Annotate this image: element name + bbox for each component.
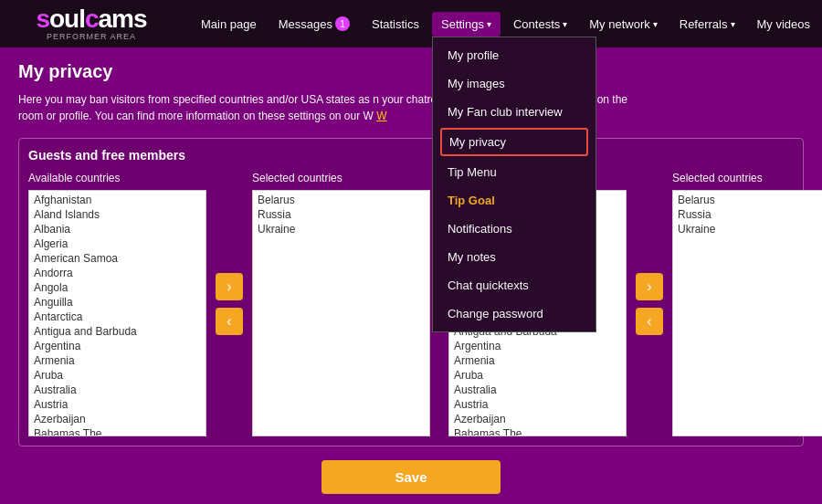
dropdown-tip-menu[interactable]: Tip Menu [433,158,595,186]
settings-dropdown-container: Settings ▾ My profile My images My Fan c… [432,12,501,37]
logo-sub: PERFORMER AREA [47,32,136,41]
list-item[interactable]: Australia [31,383,204,397]
list-item[interactable]: Belarus [255,193,427,207]
list-item[interactable]: Armenia [31,353,204,368]
list-item[interactable]: Aland Islands [31,207,204,222]
list-item[interactable]: Bahamas The [31,426,204,436]
country-lists-row: Available countries AfghanistanAland Isl… [28,172,794,436]
available-label-1: Available countries [28,172,206,184]
list-item[interactable]: Armenia [451,353,624,368]
arrow-right-btn-2[interactable]: › [636,273,663,300]
selected-country-list-2[interactable]: BelarusRussiaUkraine [672,190,822,436]
list-item[interactable]: Antigua and Barbuda [31,324,204,339]
selected-country-list-1[interactable]: BelarusRussiaUkraine [252,190,430,436]
navbar: soulcams PERFORMER AREA Main page Messag… [0,0,822,47]
dropdown-chat-quicktexts[interactable]: Chat quicktexts [433,271,595,299]
list-item[interactable]: American Samoa [31,251,204,266]
selected-list-container-1: Selected countries BelarusRussiaUkraine [252,172,430,436]
page-content: My privacy Here you may ban visitors fro… [0,47,822,504]
more-info-link[interactable]: W [376,110,386,122]
dropdown-my-profile[interactable]: My profile [433,41,595,69]
list-item[interactable]: Bahamas The [451,426,624,436]
dropdown-my-privacy[interactable]: My privacy [440,128,588,156]
page-description: Here you may ban visitors from specified… [18,91,804,124]
list-item[interactable]: Azerbaijan [451,412,624,426]
nav-contests[interactable]: Contests ▾ [504,12,576,37]
dropdown-tip-goal[interactable]: Tip Goal [433,186,595,215]
my-network-chevron-icon: ▾ [653,19,658,29]
dropdown-fan-club-interview[interactable]: My Fan club interview [433,98,595,126]
arrow-left-btn-1[interactable]: ‹ [216,308,243,335]
dropdown-my-images[interactable]: My images [433,69,595,98]
selected-label-1: Selected countries [252,172,430,184]
dropdown-notifications[interactable]: Notifications [433,215,595,243]
list-item[interactable]: Aruba [31,368,204,383]
nav-statistics[interactable]: Statistics [363,12,428,37]
logo-area: soulcams PERFORMER AREA [9,6,174,41]
dropdown-change-password[interactable]: Change password [433,299,595,328]
list-item[interactable]: Australia [451,383,624,397]
nav-main-page[interactable]: Main page [192,12,266,37]
list-item[interactable]: Argentina [451,339,624,353]
dropdown-my-notes[interactable]: My notes [433,243,595,271]
logo-soul: soulcams [36,5,146,33]
arrow-right-btn-1[interactable]: › [216,273,243,300]
nav-links: Main page Messages 1 Statistics Settings… [192,11,819,37]
save-button[interactable]: Save [321,460,500,494]
list-item[interactable]: Ukraine [675,222,822,236]
referrals-chevron-icon: ▾ [731,19,735,29]
settings-chevron-icon: ▾ [487,19,491,29]
nav-referrals[interactable]: Referrals ▾ [670,12,744,37]
selected-label-2: Selected countries [672,172,822,184]
contests-chevron-icon: ▾ [563,19,567,29]
list-item[interactable]: Austria [451,397,624,412]
page-title: My privacy [18,61,804,82]
settings-dropdown-menu: My profile My images My Fan club intervi… [432,37,596,332]
list-item[interactable]: Azerbaijan [31,412,204,426]
nav-my-videos[interactable]: My videos [748,12,820,37]
list-item[interactable]: Ukraine [255,222,427,236]
list-item[interactable]: Belarus [675,193,822,207]
list-item[interactable]: Aruba [451,368,624,383]
list-item[interactable]: Andorra [31,266,204,280]
list-item[interactable]: Russia [675,207,822,222]
logo: soulcams [36,6,146,32]
available-country-list-1[interactable]: AfghanistanAland IslandsAlbaniaAlgeriaAm… [28,190,206,436]
list-item[interactable]: Russia [255,207,427,222]
list-item[interactable]: Austria [31,397,204,412]
list-item[interactable]: Argentina [31,339,204,353]
section-legend: Guests and free members [28,148,794,163]
nav-messages[interactable]: Messages 1 [269,11,359,37]
selected-list-container-2: Selected countries BelarusRussiaUkraine [672,172,822,436]
list-item[interactable]: Afghanistan [31,193,204,207]
list-item[interactable]: Anguilla [31,295,204,310]
nav-settings[interactable]: Settings ▾ [432,12,501,37]
nav-my-network[interactable]: My network ▾ [580,12,666,37]
save-area: Save [18,460,804,494]
list-item[interactable]: Angola [31,280,204,295]
list-item[interactable]: Antarctica [31,310,204,324]
list-item[interactable]: Albania [31,222,204,236]
messages-badge: 1 [335,16,350,31]
guests-section: Guests and free members Available countr… [18,138,804,446]
available-list-container-1: Available countries AfghanistanAland Isl… [28,172,206,436]
arrows-col-2: › ‹ [636,273,663,335]
list-item[interactable]: Algeria [31,236,204,251]
arrows-col-1: › ‹ [216,273,243,335]
arrow-left-btn-2[interactable]: ‹ [636,308,663,335]
